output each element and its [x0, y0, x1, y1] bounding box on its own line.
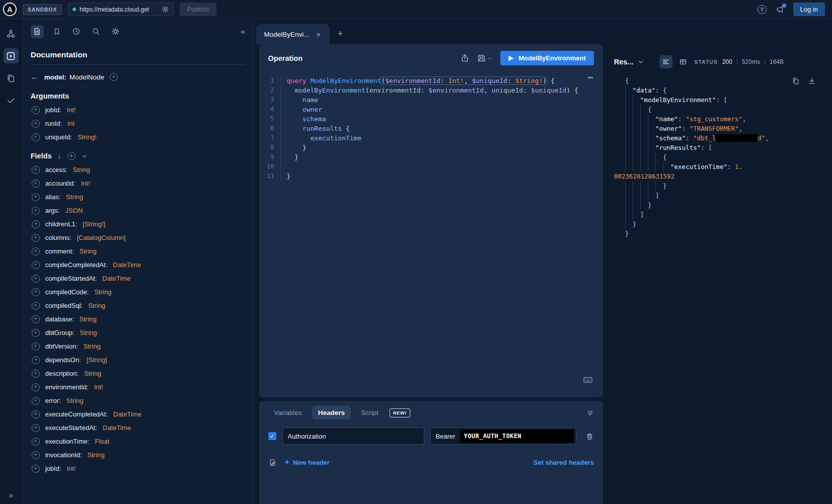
- doc-field-row[interactable]: +executionTime:Float: [31, 435, 246, 448]
- doc-field-row[interactable]: +args:JSON: [31, 204, 246, 217]
- add-field-icon[interactable]: +: [32, 315, 40, 323]
- expand-rail-icon[interactable]: »: [9, 491, 13, 500]
- bookmarks-icon[interactable]: [50, 25, 63, 38]
- doc-field-row[interactable]: +executeStartedAt:DateTime: [31, 421, 246, 435]
- copy-response-icon[interactable]: [792, 77, 800, 85]
- new-tab-button[interactable]: +: [338, 29, 343, 39]
- add-field-icon[interactable]: +: [32, 247, 40, 256]
- breadcrumb-type[interactable]: ModelNode: [69, 73, 104, 81]
- doc-field-row[interactable]: +compileCompletedAt:DateTime: [31, 258, 246, 272]
- field-type[interactable]: [String!]: [83, 220, 105, 228]
- add-field-icon[interactable]: +: [32, 343, 40, 351]
- header-value-field[interactable]: Bearer: [430, 428, 576, 445]
- add-field-icon[interactable]: +: [32, 465, 40, 473]
- table-view-icon[interactable]: [676, 55, 690, 68]
- auth-token-input[interactable]: [460, 430, 574, 443]
- field-type[interactable]: String: [84, 370, 101, 377]
- add-field-icon[interactable]: +: [32, 207, 40, 215]
- response-dropdown-chevron-icon[interactable]: [638, 59, 644, 65]
- publish-button[interactable]: Publish: [180, 3, 216, 16]
- doc-field-row[interactable]: +runId:Int: [31, 117, 246, 130]
- add-field-icon[interactable]: +: [32, 397, 40, 405]
- field-type[interactable]: String: [73, 166, 90, 174]
- field-type[interactable]: String: [94, 288, 111, 296]
- doc-field-row[interactable]: +uniqueId:String!: [31, 130, 246, 144]
- set-shared-headers-button[interactable]: Set shared headers: [534, 459, 594, 466]
- doc-field-row[interactable]: +access:String: [31, 163, 246, 177]
- doc-field-row[interactable]: +compiledCode:String: [31, 285, 246, 299]
- login-button[interactable]: Log in: [793, 3, 825, 16]
- add-field-icon[interactable]: +: [32, 166, 40, 174]
- apollo-logo[interactable]: A: [3, 3, 17, 16]
- doc-field-row[interactable]: +columns:[CatalogColumn]: [31, 231, 246, 244]
- header-enabled-checkbox[interactable]: ✓: [268, 432, 276, 440]
- doc-field-row[interactable]: +comment:String: [31, 244, 246, 258]
- field-type[interactable]: String: [80, 315, 97, 323]
- help-icon[interactable]: ?: [758, 5, 767, 14]
- history-icon[interactable]: [70, 25, 83, 38]
- formatted-view-icon[interactable]: [659, 55, 672, 68]
- schema-graph-icon[interactable]: [4, 26, 19, 41]
- field-type[interactable]: Int!: [67, 106, 76, 114]
- doc-field-row[interactable]: +compileStartedAt:DateTime: [31, 272, 246, 285]
- search-icon[interactable]: [90, 25, 103, 38]
- tab-headers[interactable]: Headers: [312, 406, 351, 419]
- share-operation-icon[interactable]: [461, 54, 469, 62]
- doc-field-row[interactable]: +description:String: [31, 367, 246, 380]
- field-type[interactable]: String: [66, 397, 84, 404]
- add-field-icon[interactable]: +: [32, 180, 40, 188]
- chevron-down-icon[interactable]: [82, 153, 87, 159]
- add-field-icon[interactable]: +: [32, 261, 40, 269]
- doc-field-row[interactable]: +dbtVersion:String: [31, 340, 246, 353]
- doc-field-row[interactable]: +jobId:Int!: [31, 462, 246, 475]
- documentation-tab-icon[interactable]: [31, 25, 44, 38]
- editor-overflow-menu-icon[interactable]: …: [588, 72, 593, 79]
- field-type[interactable]: DateTime: [103, 424, 131, 432]
- add-field-icon[interactable]: +: [32, 133, 40, 141]
- doc-field-row[interactable]: +error:String: [31, 394, 246, 407]
- new-header-button[interactable]: + New header: [285, 458, 330, 467]
- add-field-icon[interactable]: +: [32, 451, 40, 459]
- field-type[interactable]: String: [66, 193, 83, 201]
- doc-field-row[interactable]: +childrenL1:[String!]: [31, 217, 246, 231]
- settings-gear-icon[interactable]: [109, 25, 122, 38]
- field-type[interactable]: String: [80, 247, 97, 255]
- keyboard-shortcuts-icon[interactable]: [583, 375, 593, 384]
- add-field-icon[interactable]: +: [32, 356, 40, 364]
- add-field-icon[interactable]: +: [32, 106, 40, 114]
- field-type[interactable]: String!: [78, 133, 97, 141]
- doc-field-row[interactable]: +executeCompletedAt:DateTime: [31, 407, 246, 421]
- field-type[interactable]: DateTime: [102, 275, 130, 282]
- save-operation-icon[interactable]: [477, 54, 492, 62]
- collapse-panel-chevrons-icon[interactable]: [586, 409, 594, 416]
- doc-field-row[interactable]: +alias:String: [31, 190, 246, 204]
- tab-script[interactable]: Script: [355, 406, 385, 419]
- field-type[interactable]: String: [80, 329, 97, 337]
- add-field-icon[interactable]: +: [32, 329, 40, 337]
- field-type[interactable]: Int: [67, 120, 74, 127]
- doc-field-row[interactable]: +accountId:Int!: [31, 177, 246, 190]
- endpoint-url[interactable]: https://metadata.cloud.get: [80, 6, 158, 13]
- doc-field-row[interactable]: +dbtGroup:String: [31, 326, 246, 340]
- download-response-icon[interactable]: [808, 77, 816, 85]
- header-key-input[interactable]: [282, 428, 424, 445]
- add-field-icon[interactable]: +: [32, 370, 40, 378]
- collapse-panel-icon[interactable]: «: [241, 27, 245, 37]
- field-type[interactable]: Int!: [94, 383, 103, 391]
- field-type[interactable]: Int!: [81, 180, 90, 187]
- close-tab-icon[interactable]: ×: [317, 30, 321, 39]
- environment-variables-icon[interactable]: [268, 458, 277, 467]
- field-type[interactable]: [String]: [87, 356, 107, 364]
- checks-icon[interactable]: [4, 93, 19, 108]
- sort-fields-icon[interactable]: ↓: [58, 152, 61, 160]
- explorer-icon[interactable]: [4, 48, 19, 63]
- tab-variables[interactable]: Variables: [268, 406, 308, 419]
- doc-field-row[interactable]: +compiledSql:String: [31, 299, 246, 312]
- add-field-icon[interactable]: +: [32, 193, 40, 201]
- field-type[interactable]: Int!: [67, 465, 76, 472]
- add-field-icon[interactable]: +: [32, 410, 40, 418]
- add-field-icon[interactable]: +: [32, 120, 40, 128]
- add-all-fields-icon[interactable]: +: [67, 152, 75, 160]
- run-operation-button[interactable]: ModelByEnvironment: [500, 51, 594, 65]
- doc-field-row[interactable]: +environmentId:Int!: [31, 380, 246, 394]
